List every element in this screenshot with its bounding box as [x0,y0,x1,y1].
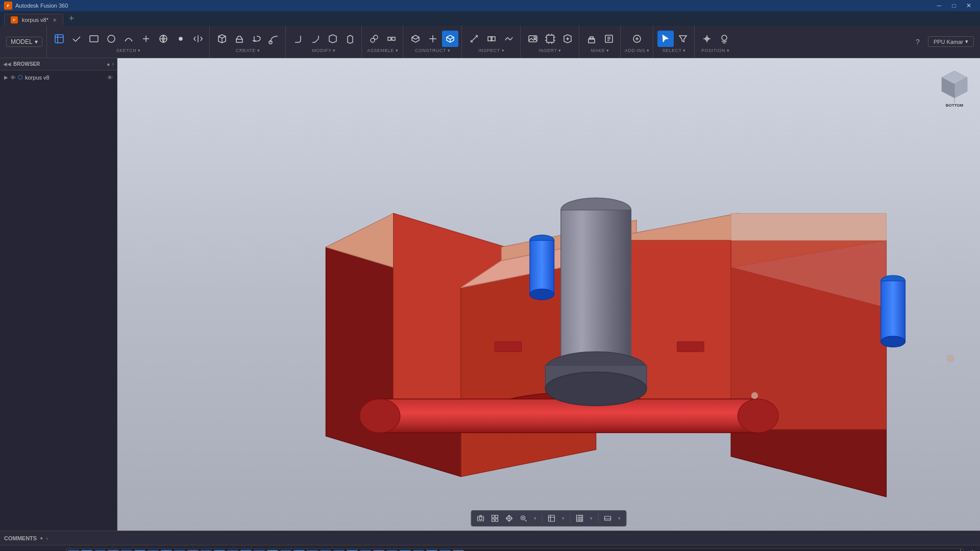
sketch-button[interactable] [51,31,67,47]
svg-rect-61 [496,519,498,521]
close-button[interactable]: ✕ [962,1,976,11]
chamfer-button[interactable] [307,31,324,47]
browser-expand-icon[interactable]: › [112,61,114,67]
browser-options-icon[interactable]: ● [107,61,110,67]
canvas-button[interactable] [542,31,558,47]
fillet-button[interactable] [290,31,306,47]
new-tab-button[interactable]: + [65,12,78,24]
arc-tool-button[interactable] [120,31,137,47]
main-toolbar: MODEL ▾ [0,26,980,58]
vertical-cylinder [561,198,631,378]
browser-item-label: korpus v8 [25,74,50,81]
offset-plane-button[interactable] [407,31,424,47]
timeline-track[interactable] [66,548,964,552]
svg-rect-16 [589,39,595,43]
grid-dropdown[interactable]: ▾ [588,512,595,524]
help-button[interactable]: ? [912,36,924,48]
tab-close-icon[interactable]: ✕ [53,17,57,23]
cylinder-base [545,352,646,406]
measure-button[interactable] [466,31,482,47]
camera-button[interactable] [475,512,487,524]
sketch-label: SKETCH ▾ [116,48,141,53]
tl-settings-button[interactable]: ⚙ [969,548,976,551]
position-button[interactable] [699,31,715,47]
comments-section: COMMENTS ● › [4,535,48,541]
joint-button[interactable] [366,31,382,47]
ground-button[interactable] [716,31,732,47]
comments-arrow-icon[interactable]: › [46,535,48,541]
line-tool-button[interactable] [86,31,102,47]
window-title: Autodesk Fusion 360 [15,3,929,9]
addins-button[interactable] [629,31,645,47]
active-tab[interactable]: F korpus v8* ✕ [4,14,63,26]
drawing-button[interactable] [601,31,617,47]
sweep-button[interactable] [266,31,282,47]
tl-end-marker [960,549,961,552]
tools-separator-1 [542,514,543,523]
3dprint-button[interactable] [583,31,600,47]
insert-image-button[interactable] [525,31,541,47]
pan-button[interactable] [503,512,516,524]
comments-expand-icon[interactable]: ● [40,535,43,541]
user-dropdown-icon: ▾ [965,38,968,45]
browser-root-item[interactable]: ▶ 👁 ⬡ korpus v8 👁 [2,72,115,82]
tl-prev-button[interactable]: ◀ [16,548,24,552]
curvature-button[interactable] [501,31,517,47]
item-visibility-eye[interactable]: 👁 [107,74,113,81]
point-tool-button[interactable] [173,31,189,47]
finish-sketch-button[interactable] [68,31,85,47]
svg-point-14 [534,37,536,39]
model-label: MODEL [11,38,33,45]
assemble-items [366,31,400,47]
env-dropdown[interactable]: ▾ [616,512,623,524]
select-cursor-button[interactable] [657,31,674,47]
tl-next-button[interactable]: ▶▶ [38,548,51,552]
decal-button[interactable] [559,31,576,47]
zoom-dropdown[interactable]: ▾ [532,512,539,524]
browser-header[interactable]: ◀◀ BROWSER ● › [0,58,117,70]
interference-button[interactable] [483,31,500,47]
user-label: PPU Kamar [934,39,963,45]
tl-end-button[interactable]: ⏭ [54,548,63,552]
extrude-button[interactable] [231,31,248,47]
tl-play-button[interactable]: ▶ [27,548,35,552]
component-icon: ⬡ [18,74,23,81]
display-mode-button[interactable] [546,512,558,524]
rigid-button[interactable] [383,31,400,47]
model-dropdown[interactable]: MODEL ▾ [6,37,42,47]
env-button[interactable] [602,512,614,524]
visibility-eye-outer[interactable]: 👁 [10,74,16,81]
navigation-cube[interactable]: BOTTOM Z [934,63,975,104]
create-group: CREATE ▾ [211,26,286,58]
assemble-label: ASSEMBLE ▾ [367,48,398,53]
axis-button[interactable] [425,31,441,47]
revolve-button[interactable] [249,31,265,47]
main-area: ◀◀ BROWSER ● › ▶ 👁 ⬡ korpus v8 👁 [0,58,980,531]
fit-home-button[interactable] [489,512,501,524]
select-filter-button[interactable] [675,31,691,47]
create-box-button[interactable] [214,31,230,47]
zoom-button[interactable] [518,512,530,524]
plus-tool-button[interactable] [138,31,154,47]
svg-marker-46 [731,213,886,240]
sketch-items [51,31,206,47]
user-profile-button[interactable]: PPU Kamar ▾ [928,36,974,47]
make-items [583,31,617,47]
3d-viewport[interactable]: BOTTOM Z ▾ ▾ [117,58,980,531]
select-group: SELECT ▾ [654,26,695,58]
svg-rect-60 [492,519,495,521]
minimize-button[interactable]: ─ [932,1,946,11]
circle-tool-button[interactable] [103,31,119,47]
construct-point-button[interactable] [442,31,458,47]
shell-button[interactable] [325,31,341,47]
display-dropdown[interactable]: ▾ [560,512,567,524]
construct-label: CONSTRUCT ▾ [415,48,450,53]
nav-cube-label: BOTTOM [946,103,964,108]
mirror-tool-button[interactable] [190,31,206,47]
draft-button[interactable] [342,31,358,47]
maximize-button[interactable]: □ [947,1,961,11]
grid-button[interactable] [574,512,586,524]
tl-start-button[interactable]: ⏮ [4,548,13,552]
globe-tool-button[interactable] [155,31,172,47]
right-block [596,213,887,497]
